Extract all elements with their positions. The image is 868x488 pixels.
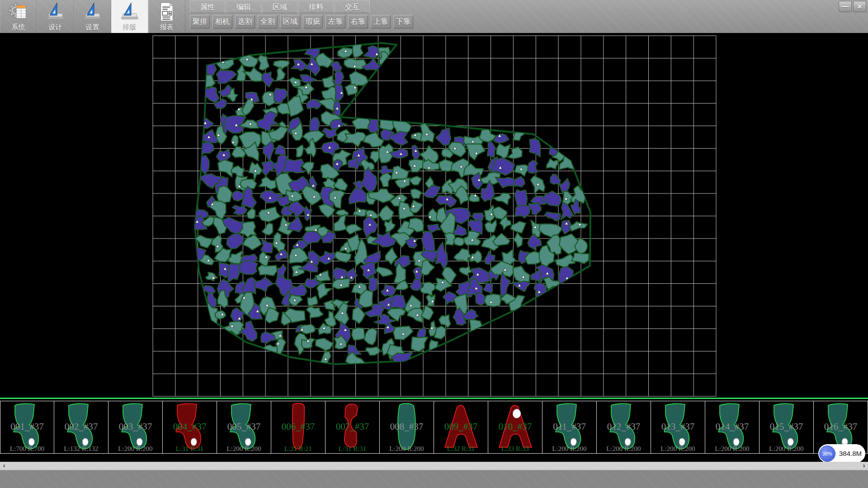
part-thumbnail[interactable]: 008_#37L:200 R:200: [380, 401, 434, 454]
menu-rows: 属性编辑区域排料交互 聚排相机选割全割区域瑕疵左靠右靠上靠下靠: [190, 0, 416, 28]
tool-button-defect[interactable]: 瑕疵: [303, 15, 323, 28]
part-lr-label: L:200 R:200: [217, 445, 271, 453]
part-id-label: 004_#37: [163, 421, 217, 432]
menu-tab-properties[interactable]: 属性: [190, 0, 225, 13]
part-thumbnail[interactable]: 002_#37L:132 R:132: [54, 401, 108, 454]
tool-button-region[interactable]: 区域: [280, 15, 300, 28]
part-lr-label: L:200 R:200: [705, 445, 759, 453]
menu-tab-row: 属性编辑区域排料交互: [190, 0, 416, 14]
tool-button-align-bottom[interactable]: 下靠: [393, 15, 413, 28]
part-lr-label: L:21 R:21: [271, 445, 325, 453]
main-button-label: 排版: [123, 23, 137, 32]
set-square-icon: [45, 1, 66, 22]
part-lr-label: L:31 R:31: [163, 445, 217, 453]
menu-tab-edit[interactable]: 编辑: [226, 0, 261, 13]
gear-icon: [8, 1, 29, 22]
tool-button-align-top[interactable]: 上靠: [371, 15, 391, 28]
part-lr-label: L:200 R:200: [651, 445, 705, 453]
set-square-icon: [82, 1, 103, 22]
part-id-label: 015_#37: [760, 421, 813, 432]
tool-button-align-left[interactable]: 左靠: [326, 15, 345, 28]
part-thumbnail[interactable]: 013_#37L:200 R:200: [651, 401, 705, 454]
part-thumbnail[interactable]: 006_#37L:21 R:21: [271, 401, 326, 454]
status-bar: [0, 470, 868, 488]
part-lr-label: L:33 R:33: [488, 445, 542, 453]
part-lr-label: L:31 R:31: [326, 445, 379, 453]
progress-circle: 38%: [819, 446, 835, 462]
tool-button-row: 聚排相机选割全割区域瑕疵左靠右靠上靠下靠: [190, 15, 416, 28]
part-thumbnail[interactable]: 003_#37L:200 R:200: [108, 401, 163, 454]
main-button-label: 设置: [86, 23, 99, 32]
part-lr-label: L:200 R:200: [760, 445, 813, 453]
part-id-label: 001_#37: [0, 421, 54, 432]
main-button-label: 系统: [12, 23, 25, 32]
main-button-bar: 系统 设计 设置: [0, 0, 185, 33]
scroll-left-icon[interactable]: ‹: [0, 462, 8, 470]
part-thumbnail[interactable]: 001_#37L:700 R:700: [0, 401, 54, 454]
part-id-label: 013_#37: [651, 421, 705, 432]
part-id-label: 014_#37: [705, 421, 759, 432]
tool-button-select-cut[interactable]: 选割: [235, 15, 255, 28]
part-lr-label: L:32 R:31: [434, 445, 488, 453]
part-lr-label: L:200 R:200: [542, 445, 596, 453]
window-controls: — ×: [839, 1, 866, 12]
tool-button-cut-all[interactable]: 全割: [258, 15, 278, 28]
part-lr-label: L:132 R:132: [54, 445, 108, 453]
nesting-canvas[interactable]: [0, 33, 868, 398]
part-id-label: 008_#37: [380, 421, 434, 432]
minimize-button[interactable]: —: [839, 1, 852, 12]
close-button[interactable]: ×: [853, 1, 866, 12]
menu-tab-region[interactable]: 区域: [262, 0, 297, 13]
part-id-label: 016_#37: [814, 421, 868, 432]
part-thumbnail[interactable]: 015_#37L:200 R:200: [760, 401, 814, 454]
tool-button-camera[interactable]: 相机: [212, 15, 232, 28]
part-id-label: 012_#37: [597, 421, 651, 432]
part-id-label: 003_#37: [108, 421, 162, 432]
toolbar: 系统 设计 设置: [0, 0, 868, 33]
parts-thumbnail-strip: 001_#37L:700 R:700002_#37L:132 R:132003_…: [0, 401, 868, 454]
memory-usage-badge[interactable]: 38% 384.8M: [818, 444, 865, 463]
memory-size-label: 384.8M: [835, 450, 865, 457]
part-id-label: 009_#37: [434, 421, 488, 432]
horizontal-scrollbar[interactable]: ‹ ›: [0, 462, 868, 470]
part-id-label: 011_#37: [542, 421, 596, 432]
part-thumbnail[interactable]: 005_#37L:200 R:200: [217, 401, 271, 454]
part-thumbnail[interactable]: 014_#37L:200 R:200: [705, 401, 760, 454]
part-thumbnail[interactable]: 012_#37L:200 R:200: [597, 401, 651, 454]
menu-tab-nesting[interactable]: 排料: [298, 0, 334, 13]
part-thumbnail[interactable]: 007_#37L:31 R:31: [326, 401, 380, 454]
main-button-system[interactable]: 系统: [0, 0, 37, 33]
part-id-label: 007_#37: [326, 421, 379, 432]
tool-button-cluster-nest[interactable]: 聚排: [190, 15, 210, 28]
part-thumbnail[interactable]: 011_#37L:200 R:200: [542, 401, 597, 454]
scroll-right-icon[interactable]: ›: [860, 462, 868, 470]
part-thumbnail[interactable]: 009_#37L:32 R:31: [434, 401, 488, 454]
main-button-design[interactable]: 设计: [37, 0, 74, 33]
part-id-label: 005_#37: [217, 421, 271, 432]
main-button-label: 报表: [160, 23, 174, 32]
menu-tab-interact[interactable]: 交互: [335, 0, 370, 13]
part-lr-label: L:700 R:700: [0, 445, 54, 453]
main-button-report[interactable]: 报表: [148, 0, 185, 33]
main-button-label: 设计: [49, 23, 62, 32]
part-id-label: 006_#37: [271, 421, 325, 432]
main-button-layout[interactable]: 排版: [111, 0, 148, 33]
report-icon: [156, 1, 177, 22]
tool-button-align-right[interactable]: 右靠: [348, 15, 368, 28]
part-id-label: 002_#37: [54, 421, 108, 432]
part-lr-label: L:200 R:200: [108, 445, 162, 453]
set-square-icon: [119, 1, 140, 22]
part-lr-label: L:200 R:200: [597, 445, 651, 453]
part-thumbnail[interactable]: 004_#37L:31 R:31: [163, 401, 217, 454]
part-thumbnail[interactable]: 010_#37L:33 R:33: [488, 401, 542, 454]
part-id-label: 010_#37: [488, 421, 542, 432]
main-button-settings[interactable]: 设置: [74, 0, 111, 33]
part-lr-label: L:200 R:200: [380, 445, 434, 453]
